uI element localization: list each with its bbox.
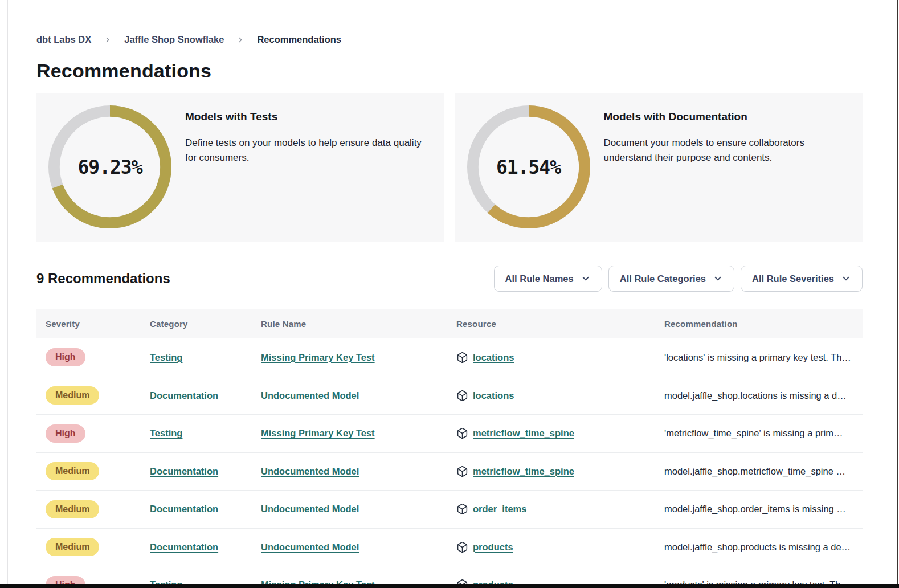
category-link[interactable]: Documentation [150,466,218,476]
filter-dropdown[interactable]: All Rule Categories [608,266,734,292]
table-row: Medium Documentation Undocumented Model … [36,452,863,491]
filter-label: All Rule Names [505,273,574,284]
resource-link[interactable]: locations [473,390,514,401]
model-cube-icon [456,503,468,515]
chevron-down-icon [841,273,851,284]
table-row: Medium Documentation Undocumented Model … [36,377,863,415]
window-left-border [7,0,8,588]
window-right-border [897,0,898,588]
breadcrumb-item-account[interactable]: dbt Labs DX [36,34,91,45]
column-header-severity: Severity [36,319,141,329]
model-cube-icon [456,427,468,439]
filter-label: All Rule Categories [620,273,706,284]
severity-badge: High [46,348,85,366]
recommendation-text: model.jaffle_shop.order_items is missing… [655,504,863,514]
metric-cards: 69.23% Models with Tests Define tests on… [36,93,863,242]
severity-badge: Medium [46,500,99,518]
chevron-down-icon [581,273,591,284]
chevron-right-icon [236,36,244,44]
documentation-donut-chart: 61.54% [467,105,591,229]
recommendation-text: model.jaffle_shop.metricflow_time_spine … [655,466,863,477]
recommendations-table: Severity Category Rule Name Resource Rec… [36,309,863,588]
rule-name-link[interactable]: Missing Primary Key Test [261,428,375,438]
breadcrumb-item-current: Recommendations [257,34,341,45]
rule-name-link[interactable]: Undocumented Model [261,504,359,514]
category-link[interactable]: Documentation [150,390,218,401]
card-title: Models with Tests [185,111,431,123]
rule-name-link[interactable]: Undocumented Model [261,390,359,401]
severity-badge: High [46,424,85,443]
breadcrumb-item-project[interactable]: Jaffle Shop Snowflake [124,34,224,45]
resource-link[interactable]: metricflow_time_spine [473,466,574,477]
models-with-documentation-card: 61.54% Models with Documentation Documen… [455,93,863,242]
tests-percent-value: 69.23% [48,105,172,229]
model-cube-icon [456,390,468,402]
rule-name-link[interactable]: Undocumented Model [261,466,359,476]
resource-link[interactable]: locations [473,352,514,363]
table-row: High Testing Missing Primary Key Test me… [36,414,863,452]
column-header-category: Category [141,319,252,329]
filter-label: All Rule Severities [752,273,834,284]
card-description: Document your models to ensure collabora… [604,136,849,166]
filter-dropdown[interactable]: All Rule Severities [741,266,863,292]
breadcrumb: dbt Labs DX Jaffle Shop Snowflake Recomm… [36,34,863,45]
severity-badge: Medium [46,538,99,556]
category-link[interactable]: Testing [150,428,182,438]
model-cube-icon [456,541,468,553]
page-title: Recommendations [36,60,863,82]
column-header-rule-name: Rule Name [252,319,447,329]
resource-link[interactable]: products [473,542,513,553]
table-row: Medium Documentation Undocumented Model … [36,528,863,566]
model-cube-icon [456,352,468,364]
category-link[interactable]: Documentation [150,542,218,552]
documentation-percent-value: 61.54% [467,105,591,229]
recommendations-count: 9 Recommendations [36,271,170,287]
rule-name-link[interactable]: Missing Primary Key Test [261,352,375,362]
table-row: Medium Documentation Undocumented Model … [36,490,863,528]
severity-badge: Medium [46,386,99,405]
resource-link[interactable]: order_items [473,504,526,514]
recommendation-text: model.jaffle_shop.locations is missing a… [655,390,863,401]
recommendation-text: model.jaffle_shop.products is missing a … [655,542,863,553]
models-with-tests-card: 69.23% Models with Tests Define tests on… [36,93,444,242]
category-link[interactable]: Documentation [150,504,218,514]
column-header-resource: Resource [447,319,655,329]
card-title: Models with Documentation [604,111,849,123]
window-bottom-edge [0,584,899,588]
filter-buttons: All Rule Names All Rule Categories All R… [494,266,863,292]
table-row: High Testing Missing Primary Key Test lo… [36,338,863,377]
card-description: Define tests on your models to help ensu… [185,136,431,166]
column-header-recommendation: Recommendation [655,319,863,329]
tests-donut-chart: 69.23% [48,105,172,229]
rule-name-link[interactable]: Undocumented Model [261,542,359,552]
recommendation-text: 'locations' is missing a primary key tes… [655,352,863,363]
model-cube-icon [456,466,468,477]
chevron-down-icon [713,273,723,284]
resource-link[interactable]: metricflow_time_spine [473,428,574,439]
category-link[interactable]: Testing [150,352,182,362]
main-content: dbt Labs DX Jaffle Shop Snowflake Recomm… [36,0,863,588]
severity-badge: Medium [46,462,99,480]
recommendation-text: 'metricflow_time_spine' is missing a pri… [655,428,863,439]
filter-dropdown[interactable]: All Rule Names [494,266,602,292]
table-header-row: Severity Category Rule Name Resource Rec… [36,309,863,338]
chevron-right-icon [104,36,112,44]
